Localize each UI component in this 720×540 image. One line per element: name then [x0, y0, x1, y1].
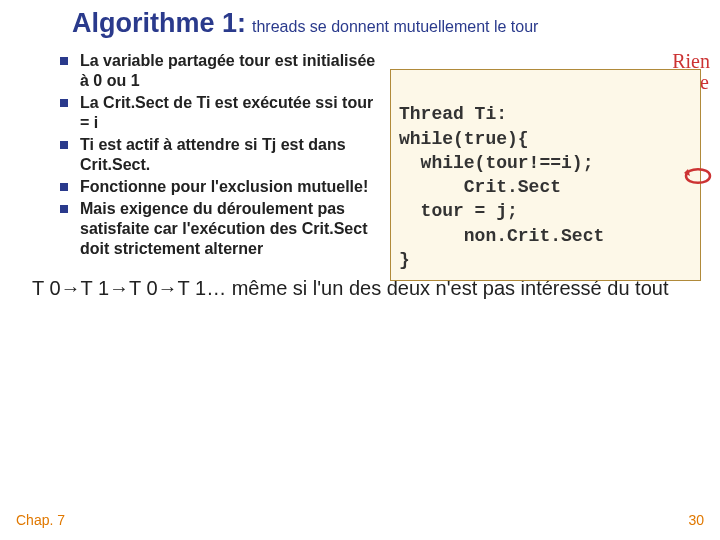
bullet-text: Fonctionne pour l'exclusion mutuelle!: [80, 177, 368, 197]
list-item: La Crit.Sect de Ti est exécutée ssi tour…: [60, 93, 380, 133]
bullet-icon: [60, 183, 68, 191]
slide-title: Algorithme 1: threads se donnent mutuell…: [0, 0, 720, 39]
title-main: Algorithme 1:: [72, 8, 246, 39]
code-block: Thread Ti: while(true){ while(tour!==i);…: [390, 69, 701, 281]
footer: Chap. 7 30: [0, 512, 720, 528]
bullet-text: Mais exigence du déroulement pas satisfa…: [80, 199, 380, 259]
bullet-list: La variable partagée tour est initialisé…: [60, 49, 380, 261]
page-number: 30: [688, 512, 704, 528]
chapter-label: Chap. 7: [16, 512, 65, 528]
bullet-icon: [60, 99, 68, 107]
list-item: Ti est actif à attendre si Tj est dans C…: [60, 135, 380, 175]
list-item: La variable partagée tour est initialisé…: [60, 51, 380, 91]
code-panel: Rien faire Thread Ti: while(true){ while…: [390, 49, 710, 261]
bullet-icon: [60, 57, 68, 65]
list-item: Mais exigence du déroulement pas satisfa…: [60, 199, 380, 259]
bullet-text: La variable partagée tour est initialisé…: [80, 51, 380, 91]
title-sub: threads se donnent mutuellement le tour: [252, 18, 538, 36]
bullet-icon: [60, 205, 68, 213]
bullet-text: Ti est actif à attendre si Tj est dans C…: [80, 135, 380, 175]
list-item: Fonctionne pour l'exclusion mutuelle!: [60, 177, 380, 197]
content-area: La variable partagée tour est initialisé…: [0, 39, 720, 261]
bullet-icon: [60, 141, 68, 149]
loop-arrow-icon: [678, 159, 718, 193]
bullet-text: La Crit.Sect de Ti est exécutée ssi tour…: [80, 93, 380, 133]
